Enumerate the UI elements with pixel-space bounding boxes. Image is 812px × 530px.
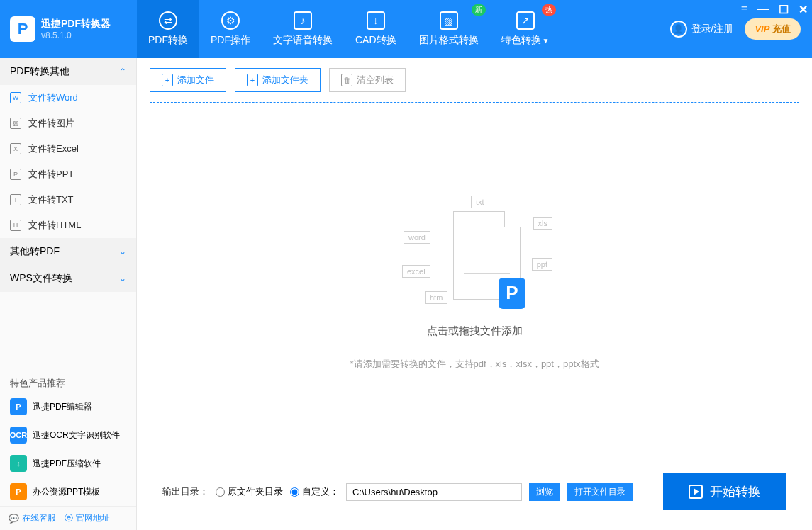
sidebar-item-to-txt[interactable]: T文件转TXT bbox=[0, 187, 136, 213]
app-icon: P bbox=[10, 483, 27, 500]
group-label: WPS文件转换 bbox=[10, 272, 72, 285]
group-label: 其他转PDF bbox=[10, 245, 60, 258]
browse-button[interactable]: 浏览 bbox=[529, 483, 560, 501]
sidebar-item-label: 文件转Excel bbox=[28, 142, 79, 155]
word-label: word bbox=[404, 231, 430, 244]
radio-custom-folder[interactable]: 自定义： bbox=[290, 485, 339, 498]
recommend-title: 特色产品推荐 bbox=[0, 370, 136, 393]
button-label: 清空列表 bbox=[357, 74, 394, 86]
tab-pdf-convert[interactable]: ⇄ PDF转换 bbox=[137, 0, 199, 58]
sidebar-item-to-html[interactable]: H文件转HTML bbox=[0, 213, 136, 238]
recommend-label: 迅捷OCR文字识别软件 bbox=[33, 429, 120, 441]
recommend-ppt-template[interactable]: P办公资源PPT模板 bbox=[0, 478, 136, 506]
website-label: 官网地址 bbox=[76, 512, 110, 524]
start-convert-button[interactable]: 开始转换 bbox=[663, 473, 786, 510]
add-folder-button[interactable]: +添加文件夹 bbox=[235, 68, 321, 92]
minimize-button[interactable]: — bbox=[757, 3, 769, 16]
recommend-compress[interactable]: ↕迅捷PDF压缩软件 bbox=[0, 449, 136, 478]
excel-icon: X bbox=[10, 143, 21, 154]
sidebar-item-label: 文件转Word bbox=[28, 91, 78, 104]
sidebar-group-wps[interactable]: WPS文件转换 ⌄ bbox=[0, 265, 136, 292]
sidebar-item-label: 文件转HTML bbox=[28, 219, 81, 232]
hot-badge: 热 bbox=[542, 4, 556, 16]
radio-label: 自定义： bbox=[302, 485, 339, 498]
output-label: 输出目录： bbox=[162, 485, 208, 498]
sidebar-group-pdf-to-other[interactable]: PDF转换其他 ⌃ bbox=[0, 58, 136, 85]
tab-image[interactable]: 新 ▨ 图片格式转换 bbox=[408, 0, 490, 58]
maximize-button[interactable]: ☐ bbox=[779, 3, 789, 16]
ppt-label: ppt bbox=[532, 258, 552, 271]
chevron-down-icon: ⌄ bbox=[119, 247, 126, 256]
dropzone-hint: *请添加需要转换的文件，支持pdf，xls，xlsx，ppt，pptx格式 bbox=[350, 358, 599, 371]
trash-icon: 🗑 bbox=[341, 74, 352, 86]
ppt-icon: P bbox=[10, 169, 21, 180]
play-icon bbox=[689, 485, 703, 499]
user-icon: 👤 bbox=[670, 21, 687, 38]
htm-label: htm bbox=[425, 291, 447, 304]
image-icon: ▨ bbox=[10, 118, 21, 129]
website-link[interactable]: ⓔ 官网地址 bbox=[65, 512, 110, 524]
chevron-up-icon: ⌃ bbox=[119, 67, 126, 77]
chevron-down-icon: ▼ bbox=[543, 37, 550, 45]
recommend-pdf-editor[interactable]: P迅捷PDF编辑器 bbox=[0, 393, 136, 421]
sidebar: PDF转换其他 ⌃ W文件转Word ▨文件转图片 X文件转Excel P文件转… bbox=[0, 58, 137, 530]
sidebar-item-to-word[interactable]: W文件转Word bbox=[0, 85, 136, 111]
close-button[interactable]: ✕ bbox=[799, 3, 808, 16]
word-icon: W bbox=[10, 92, 21, 103]
dropzone-text: 点击或拖拽文件添加 bbox=[427, 325, 523, 338]
add-file-button[interactable]: +添加文件 bbox=[150, 68, 226, 92]
app-icon: ↕ bbox=[10, 455, 27, 472]
tab-special[interactable]: 热 ↗ 特色转换▼ bbox=[490, 0, 561, 58]
file-plus-icon: + bbox=[162, 74, 173, 86]
new-badge: 新 bbox=[472, 4, 486, 16]
convert-icon: ⇄ bbox=[159, 11, 177, 30]
open-folder-button[interactable]: 打开文件目录 bbox=[567, 483, 633, 501]
sidebar-item-label: 文件转TXT bbox=[28, 193, 74, 206]
tab-label: PDF转换 bbox=[148, 34, 188, 47]
dropzone-illustration: txt word excel htm xls ppt P bbox=[396, 196, 552, 316]
tab-cad[interactable]: ↓ CAD转换 bbox=[344, 0, 408, 58]
tab-label: 文字语音转换 bbox=[273, 34, 333, 47]
tab-label: 特色转换 bbox=[501, 34, 541, 45]
audio-icon: ♪ bbox=[294, 11, 312, 30]
support-label: 在线客服 bbox=[22, 512, 56, 524]
app-icon: OCR bbox=[10, 427, 27, 444]
txt-label: txt bbox=[471, 196, 489, 208]
app-name: 迅捷PDF转换器 bbox=[41, 18, 111, 30]
online-support-link[interactable]: 💬 在线客服 bbox=[9, 512, 56, 524]
xls-label: xls bbox=[533, 217, 552, 230]
sidebar-group-other-to-pdf[interactable]: 其他转PDF ⌄ bbox=[0, 238, 136, 265]
p-logo-icon: P bbox=[499, 278, 525, 309]
tab-label: 图片格式转换 bbox=[419, 34, 479, 47]
html-icon: H bbox=[10, 220, 21, 231]
image-icon: ▨ bbox=[440, 11, 458, 30]
clear-list-button[interactable]: 🗑清空列表 bbox=[329, 68, 406, 92]
button-label: 添加文件夹 bbox=[262, 74, 308, 86]
share-icon: ↗ bbox=[516, 11, 535, 30]
sidebar-item-label: 文件转PPT bbox=[28, 168, 74, 181]
file-dropzone[interactable]: txt word excel htm xls ppt P 点击或拖拽文件添加 *… bbox=[150, 102, 799, 463]
recommend-label: 迅捷PDF压缩软件 bbox=[33, 458, 101, 470]
output-path-input[interactable] bbox=[346, 483, 522, 501]
chevron-down-icon: ⌄ bbox=[119, 274, 126, 283]
vip-label: 充值 bbox=[769, 23, 791, 34]
sidebar-item-to-image[interactable]: ▨文件转图片 bbox=[0, 111, 136, 136]
gear-icon: ⚙ bbox=[221, 11, 240, 30]
tab-label: PDF操作 bbox=[211, 34, 250, 47]
recommend-label: 迅捷PDF编辑器 bbox=[33, 401, 92, 413]
sidebar-item-to-excel[interactable]: X文件转Excel bbox=[0, 136, 136, 162]
button-label: 添加文件 bbox=[177, 74, 214, 86]
folder-plus-icon: + bbox=[247, 74, 258, 86]
tab-label: CAD转换 bbox=[355, 34, 396, 47]
app-icon: P bbox=[10, 398, 27, 415]
menu-icon[interactable]: ≡ bbox=[741, 3, 747, 16]
txt-icon: T bbox=[10, 194, 21, 205]
vip-recharge-button[interactable]: VIP 充值 bbox=[745, 18, 801, 40]
radio-original-folder[interactable]: 原文件夹目录 bbox=[216, 485, 283, 498]
sidebar-item-to-ppt[interactable]: P文件转PPT bbox=[0, 162, 136, 187]
tab-tts[interactable]: ♪ 文字语音转换 bbox=[262, 0, 344, 58]
recommend-ocr[interactable]: OCR迅捷OCR文字识别软件 bbox=[0, 421, 136, 449]
login-label: 登录/注册 bbox=[691, 23, 734, 35]
tab-pdf-operate[interactable]: ⚙ PDF操作 bbox=[199, 0, 262, 58]
login-button[interactable]: 👤 登录/注册 bbox=[670, 21, 734, 38]
